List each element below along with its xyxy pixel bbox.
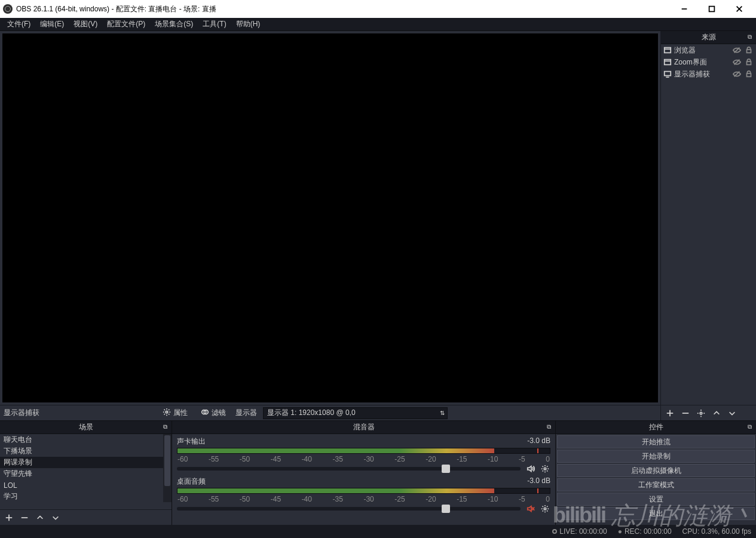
control-button-4[interactable]: 设置 bbox=[557, 493, 755, 506]
control-button-2[interactable]: 启动虚拟摄像机 bbox=[557, 464, 755, 477]
scrollbar[interactable] bbox=[163, 434, 172, 502]
volume-slider[interactable] bbox=[177, 507, 521, 511]
lock-icon[interactable] bbox=[744, 58, 754, 66]
audio-meter bbox=[177, 488, 550, 494]
menubar: 文件(F)编辑(E)视图(V)配置文件(P)场景集合(S)工具(T)帮助(H) bbox=[0, 18, 756, 31]
scene-item[interactable]: 聊天电台 bbox=[0, 434, 172, 445]
speaker-muted-icon[interactable] bbox=[525, 505, 536, 513]
volume-slider[interactable] bbox=[177, 467, 521, 471]
control-button-5[interactable]: 退出 bbox=[557, 507, 755, 520]
scene-item[interactable]: 守望先锋 bbox=[0, 468, 172, 479]
menu-0[interactable]: 文件(F) bbox=[2, 18, 35, 30]
scene-item[interactable]: 学习 bbox=[0, 491, 172, 502]
source-properties-bar: 显示器捕获 属性 滤镜 显示器 显示器 1: 1920x1080 @ 0,0 ⇅ bbox=[0, 405, 660, 420]
source-label: 显示器捕获 bbox=[674, 69, 730, 79]
speaker-icon[interactable] bbox=[525, 465, 536, 473]
gear-icon[interactable] bbox=[540, 465, 550, 473]
statusbar: LIVE: 00:00:00 ●REC: 00:00:00 CPU: 0.3%,… bbox=[0, 525, 756, 538]
channel-db: -3.0 dB bbox=[527, 476, 550, 487]
menu-2[interactable]: 视图(V) bbox=[69, 18, 102, 30]
window-icon bbox=[663, 46, 672, 54]
move-down-button[interactable] bbox=[727, 408, 737, 419]
scenes-dock: 场景 ⧉ 聊天电台下播场景网课录制守望先锋LOL学习 bbox=[0, 421, 172, 525]
source-label: 浏览器 bbox=[674, 45, 730, 56]
status-live: LIVE: 00:00:00 bbox=[552, 527, 607, 536]
window-icon bbox=[663, 58, 672, 66]
source-item[interactable]: 浏览器 bbox=[661, 44, 756, 56]
window-title: OBS 26.1.1 (64-bit, windows) - 配置文件: 直播电… bbox=[16, 4, 671, 14]
mixer-channel: 桌面音频-3.0 dB-60-55-50-45-40-35-30-25-20-1… bbox=[177, 476, 550, 513]
source-item[interactable]: 显示器捕获 bbox=[661, 68, 756, 80]
popout-icon[interactable]: ⧉ bbox=[745, 33, 754, 41]
sources-panel: 来源 ⧉ 浏览器Zoom界面显示器捕获 bbox=[660, 31, 756, 420]
svg-rect-10 bbox=[747, 50, 751, 53]
svg-rect-1 bbox=[709, 7, 715, 12]
scene-down-button[interactable] bbox=[50, 512, 61, 523]
status-cpu: CPU: 0.3%, 60.00 fps bbox=[682, 527, 751, 536]
move-up-button[interactable] bbox=[711, 408, 722, 419]
scenes-header: 场景 ⧉ bbox=[0, 421, 172, 434]
scenes-toolbar bbox=[0, 509, 172, 525]
monitor-icon bbox=[663, 70, 672, 78]
titlebar: OBS 26.1.1 (64-bit, windows) - 配置文件: 直播电… bbox=[0, 0, 756, 18]
source-properties-button[interactable] bbox=[696, 408, 706, 419]
selected-source-label: 显示器捕获 bbox=[4, 408, 39, 418]
add-scene-button[interactable] bbox=[4, 512, 14, 523]
menu-4[interactable]: 场景集合(S) bbox=[150, 18, 198, 30]
add-source-button[interactable] bbox=[665, 408, 675, 419]
svg-rect-7 bbox=[665, 48, 671, 53]
live-dot-icon bbox=[552, 529, 557, 534]
svg-rect-14 bbox=[747, 62, 751, 64]
lock-icon[interactable] bbox=[744, 70, 754, 78]
menu-5[interactable]: 工具(T) bbox=[198, 18, 231, 30]
scene-item[interactable]: LOL bbox=[0, 479, 172, 491]
display-label: 显示器 bbox=[235, 408, 257, 418]
svg-rect-15 bbox=[665, 72, 671, 76]
svg-point-4 bbox=[166, 411, 168, 413]
sources-list: 浏览器Zoom界面显示器捕获 bbox=[661, 44, 756, 405]
popout-icon[interactable]: ⧉ bbox=[745, 423, 754, 431]
mixer-channel: 声卡输出-3.0 dB-60-55-50-45-40-35-30-25-20-1… bbox=[177, 436, 550, 473]
popout-icon[interactable]: ⧉ bbox=[544, 423, 553, 431]
preview-canvas[interactable] bbox=[2, 33, 658, 402]
menu-6[interactable]: 帮助(H) bbox=[231, 18, 265, 30]
source-item[interactable]: Zoom界面 bbox=[661, 56, 756, 68]
display-select[interactable]: 显示器 1: 1920x1080 @ 0,0 ⇅ bbox=[263, 407, 448, 419]
mixer-dock: 混音器 ⧉ 声卡输出-3.0 dB-60-55-50-45-40-35-30-2… bbox=[172, 421, 556, 525]
control-button-3[interactable]: 工作室模式 bbox=[557, 478, 755, 491]
visibility-icon[interactable] bbox=[732, 46, 742, 54]
visibility-icon[interactable] bbox=[732, 58, 742, 66]
controls-dock: 控件 ⧉ 开始推流开始录制启动虚拟摄像机工作室模式设置退出 bbox=[556, 421, 756, 525]
meter-ticks: -60-55-50-45-40-35-30-25-20-15-10-50 bbox=[177, 495, 550, 503]
scene-up-button[interactable] bbox=[35, 512, 45, 523]
control-button-0[interactable]: 开始推流 bbox=[557, 435, 755, 448]
svg-rect-18 bbox=[747, 73, 751, 76]
menu-1[interactable]: 编辑(E) bbox=[35, 18, 69, 30]
sources-header: 来源 ⧉ bbox=[661, 31, 756, 44]
scene-item[interactable]: 网课录制 bbox=[0, 457, 172, 468]
svg-rect-11 bbox=[665, 60, 671, 65]
gear-icon bbox=[163, 408, 171, 418]
remove-source-button[interactable] bbox=[680, 408, 691, 419]
popout-icon[interactable]: ⧉ bbox=[161, 423, 169, 431]
controls-header: 控件 ⧉ bbox=[556, 421, 756, 434]
svg-point-22 bbox=[700, 412, 702, 414]
svg-point-26 bbox=[544, 468, 546, 470]
close-button[interactable] bbox=[726, 0, 753, 18]
maximize-button[interactable] bbox=[698, 0, 726, 18]
audio-meter bbox=[177, 448, 550, 454]
menu-3[interactable]: 配置文件(P) bbox=[102, 18, 150, 30]
filters-button[interactable]: 滤镜 bbox=[197, 407, 229, 419]
properties-button[interactable]: 属性 bbox=[159, 407, 191, 419]
scene-item[interactable]: 下播场景 bbox=[0, 445, 172, 457]
minimize-button[interactable] bbox=[671, 0, 698, 18]
gear-icon[interactable] bbox=[540, 505, 550, 513]
filter-icon bbox=[201, 408, 209, 418]
channel-name: 声卡输出 bbox=[177, 436, 206, 447]
visibility-icon[interactable] bbox=[732, 70, 742, 78]
lock-icon[interactable] bbox=[744, 46, 754, 54]
source-label: Zoom界面 bbox=[674, 57, 730, 67]
remove-scene-button[interactable] bbox=[19, 512, 30, 523]
channel-name: 桌面音频 bbox=[177, 476, 206, 487]
control-button-1[interactable]: 开始录制 bbox=[557, 450, 755, 463]
